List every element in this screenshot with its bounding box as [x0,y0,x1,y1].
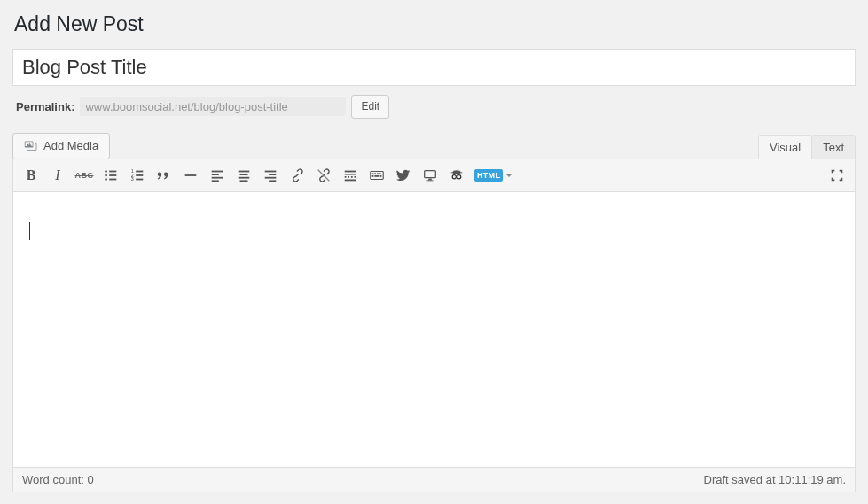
svg-rect-26 [345,170,356,172]
horizontal-rule-button[interactable] [178,163,203,188]
svg-rect-32 [377,173,379,174]
editor-tabs: Visual Text [759,135,856,159]
spy-icon [449,167,465,183]
tab-text[interactable]: Text [811,135,856,159]
svg-point-0 [105,170,107,173]
svg-rect-27 [345,174,356,175]
svg-rect-28 [345,179,356,181]
svg-rect-15 [212,177,223,179]
editor-content[interactable] [13,192,855,467]
spy-button[interactable] [444,163,469,188]
svg-rect-23 [265,177,277,179]
status-bar: Word count: 0 Draft saved at 10:11:19 am… [12,468,856,492]
align-left-icon [209,167,225,183]
svg-rect-18 [240,174,248,175]
svg-rect-31 [374,173,376,174]
bullet-list-icon [103,167,119,183]
link-button[interactable] [285,163,309,188]
post-title-wrap [12,49,856,86]
svg-rect-30 [372,173,374,174]
svg-point-43 [457,175,461,179]
monitor-button[interactable] [418,163,442,188]
svg-rect-9 [136,174,143,176]
text-cursor [29,222,30,240]
svg-rect-5 [109,178,116,180]
svg-rect-22 [269,174,276,175]
svg-rect-20 [240,180,248,182]
save-status: Draft saved at 10:11:19 am. [704,473,846,486]
numbered-list-button[interactable]: 123 [125,163,150,188]
twitter-icon [395,167,411,183]
align-right-button[interactable] [258,163,283,188]
unlink-button[interactable] [311,163,336,188]
svg-rect-17 [239,170,250,172]
align-right-icon [262,167,278,183]
align-center-icon [236,167,252,183]
monitor-icon [422,167,438,183]
fullscreen-button[interactable] [825,163,849,188]
svg-rect-38 [428,178,432,180]
html-dropdown-button[interactable]: HTML [471,163,516,188]
post-title-input[interactable] [12,49,856,86]
svg-rect-19 [239,177,250,179]
add-media-label: Add Media [43,139,98,152]
svg-rect-12 [185,174,197,176]
chevron-down-icon [505,174,512,177]
permalink-row: Permalink: www.boomsocial.net/blog/blog-… [12,89,856,128]
page-title: Add New Post [14,12,856,36]
numbered-list-icon: 123 [129,167,145,183]
svg-rect-1 [109,170,116,172]
svg-rect-14 [212,174,219,175]
svg-rect-36 [380,175,382,177]
svg-rect-39 [426,180,433,181]
hr-icon [183,167,199,183]
link-icon [289,167,305,183]
tab-visual[interactable]: Visual [758,135,812,159]
bold-button[interactable]: B [19,163,43,188]
svg-rect-11 [136,178,143,180]
more-icon [342,167,358,183]
word-count: Word count: 0 [22,473,94,486]
bullet-list-button[interactable] [98,163,123,188]
svg-rect-41 [451,172,463,173]
svg-rect-13 [212,170,223,172]
editor-toolbar: B I ABC 123 [13,159,855,192]
blockquote-button[interactable] [152,163,176,188]
permalink-url: www.boomsocial.net/blog/blog-post-title [80,97,346,116]
align-left-button[interactable] [205,163,230,188]
svg-point-2 [105,174,107,176]
svg-rect-34 [372,175,374,177]
twitter-button[interactable] [391,163,416,188]
svg-rect-37 [425,170,436,177]
add-media-button[interactable]: Add Media [12,133,110,159]
media-icon [24,139,38,153]
svg-rect-16 [212,180,219,182]
editor-container: B I ABC 123 [12,159,856,468]
svg-point-4 [105,178,107,181]
svg-rect-3 [109,174,116,176]
keyboard-button[interactable] [364,163,389,188]
svg-rect-7 [136,170,143,172]
keyboard-icon [369,167,385,183]
fullscreen-icon [829,167,845,183]
permalink-edit-button[interactable]: Edit [351,95,389,119]
permalink-label: Permalink: [16,100,74,113]
svg-rect-24 [269,180,276,182]
read-more-button[interactable] [338,163,363,188]
unlink-icon [316,167,332,183]
svg-rect-33 [379,173,381,174]
svg-point-42 [452,175,456,179]
strikethrough-button[interactable]: ABC [72,163,97,188]
svg-rect-35 [374,175,379,177]
svg-rect-21 [265,170,277,172]
quote-icon [156,167,172,183]
svg-point-40 [453,170,461,174]
italic-button[interactable]: I [45,163,70,188]
align-center-button[interactable] [231,163,256,188]
svg-text:3: 3 [131,176,134,182]
